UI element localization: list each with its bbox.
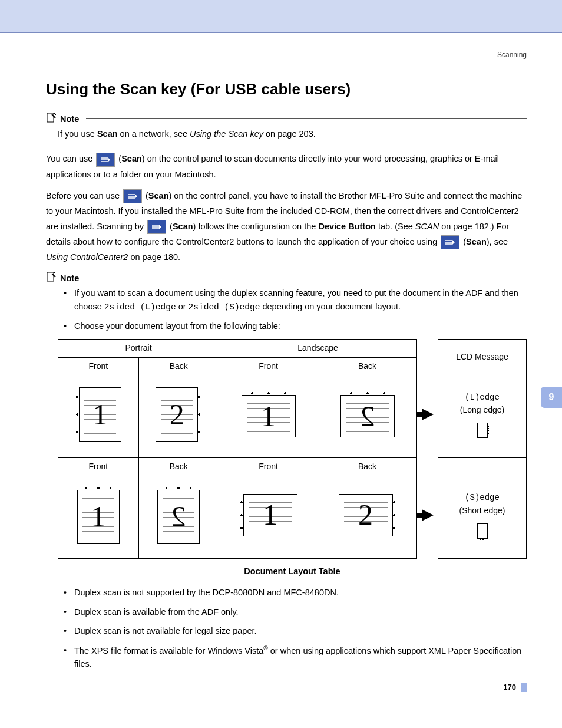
note1-mid: on a network, see xyxy=(118,129,190,139)
cell-portrait-front-short: 1 xyxy=(58,476,139,558)
bottom-bullet-4: The XPS file format is available for Win… xyxy=(64,644,527,671)
note-icon xyxy=(46,113,57,125)
page-diagram: 1 xyxy=(77,490,120,544)
document-page: Scanning Using the Scan key (For USB cab… xyxy=(0,33,562,710)
th-back: Back xyxy=(138,357,219,375)
th-front: Front xyxy=(58,458,139,476)
cell-landscape-front-short: 1 xyxy=(219,476,318,558)
p2-scan1: Scan xyxy=(148,191,169,200)
table-caption: Document Layout Table xyxy=(58,565,527,578)
th-back: Back xyxy=(138,458,219,476)
msg-l-sub: (Long edge) xyxy=(441,404,524,417)
n2b1-mid: or xyxy=(176,302,189,311)
th-lcd: LCD Message xyxy=(438,339,527,375)
th-landscape: Landscape xyxy=(219,339,417,357)
p2-mid2: ) follows the configuration on the xyxy=(193,222,319,231)
page-diagram: 2 xyxy=(157,490,200,544)
diagram-number: 1 xyxy=(242,396,295,437)
cell-landscape-back-short: 2 xyxy=(318,476,417,558)
page-diagram: 1 xyxy=(242,395,296,437)
n2b1-mono1: 2sided (L)edge xyxy=(104,302,176,312)
th-front: Front xyxy=(219,458,318,476)
arrow-right-icon xyxy=(422,409,434,420)
page-diagram: 2 xyxy=(339,494,393,536)
note-icon xyxy=(46,272,57,284)
window-topbar xyxy=(0,0,562,33)
note-block-2: Note If you want to scan a document usin… xyxy=(46,272,527,670)
bb4-pre: The XPS file format is available for Win… xyxy=(74,646,263,655)
diagram-number: 2 xyxy=(158,490,199,543)
chapter-tab[interactable]: 9 xyxy=(541,387,562,408)
p2-post: on page 180. xyxy=(128,252,180,262)
diagram-number: 1 xyxy=(244,495,297,536)
diagram-number: 2 xyxy=(341,396,394,437)
cell-arrow xyxy=(417,476,438,558)
diagram-number: 1 xyxy=(80,388,121,441)
note-label: Note xyxy=(60,114,79,124)
note1-text: If you use xyxy=(58,129,97,139)
scan-button-icon xyxy=(147,220,166,234)
th-portrait: Portrait xyxy=(58,339,219,357)
page-title: Using the Scan key (For USB cable users) xyxy=(46,80,527,98)
small-doc-long-icon xyxy=(477,423,488,438)
th-front: Front xyxy=(58,357,139,375)
scan-button-icon xyxy=(96,153,115,167)
note-rule xyxy=(86,118,527,119)
p2-pre: Before you can use xyxy=(46,191,122,200)
th-back: Back xyxy=(318,357,417,375)
note2-bullet-1: If you want to scan a document using the… xyxy=(64,286,527,314)
diagram-number: 2 xyxy=(339,495,392,536)
n2b1-post: depending on your document layout. xyxy=(260,302,401,311)
document-layout-table: Portrait Landscape LCD Message Front Bac… xyxy=(58,339,527,559)
bottom-bullet-1: Duplex scan is not supported by the DCP-… xyxy=(64,586,527,599)
cell-portrait-back-short: 2 xyxy=(138,476,219,558)
bottom-bullet-3: Duplex scan is not available for legal s… xyxy=(64,624,527,637)
cell-portrait-front-long: 1 xyxy=(58,375,139,458)
note1-post: on page 203. xyxy=(263,129,316,139)
breadcrumb: Scanning xyxy=(46,51,527,59)
diagram-number: 2 xyxy=(156,388,197,441)
cell-msg-short: (S)edge (Short edge) xyxy=(438,476,527,558)
p2-scan2: Scan xyxy=(173,222,193,231)
page-number: 170 xyxy=(46,683,527,692)
note-label: Note xyxy=(60,274,79,283)
th-back: Back xyxy=(318,458,417,476)
msg-s-sub: (Short edge) xyxy=(441,505,524,518)
th-spacer xyxy=(438,458,527,476)
page-diagram: 2 xyxy=(340,395,395,437)
p2-mid5: ), see xyxy=(487,237,508,246)
p2-scanlink[interactable]: SCAN xyxy=(415,222,439,231)
p2-cc2link[interactable]: Using ControlCenter2 xyxy=(46,252,128,262)
th-spacer xyxy=(417,458,438,476)
cell-landscape-back-long: 2 xyxy=(318,375,417,458)
page-diagram: 1 xyxy=(243,494,297,536)
paragraph-2: Before you can use (Scan) on the control… xyxy=(46,188,527,265)
th-spacer xyxy=(417,339,438,375)
bottom-bullet-2: Duplex scan is available from the ADF on… xyxy=(64,605,527,618)
scan-button-icon xyxy=(123,189,142,203)
page-diagram: 2 xyxy=(156,387,198,442)
small-doc-short-icon xyxy=(477,523,488,539)
th-front: Front xyxy=(219,357,318,375)
p2-scan3: Scan xyxy=(466,237,487,246)
p2-devbtn: Device Button xyxy=(318,222,376,231)
n2b1-mono2: 2sided (S)edge xyxy=(189,302,260,312)
p1-scan: Scan xyxy=(121,154,142,163)
cell-portrait-back-long: 2 xyxy=(138,375,219,458)
diagram-number: 1 xyxy=(78,490,119,543)
note1-link[interactable]: Using the Scan key xyxy=(190,129,263,139)
bb4-sup: ® xyxy=(263,645,267,651)
p2-mid3: tab. (See xyxy=(376,222,415,231)
msg-l-code: (L)edge xyxy=(441,391,524,404)
page-diagram: 1 xyxy=(79,387,121,442)
note-rule xyxy=(86,278,527,278)
cell-msg-long: (L)edge (Long edge) xyxy=(438,375,527,458)
note-block-1: Note If you use Scan on a network, see U… xyxy=(46,113,527,140)
paragraph-1: You can use (Scan) on the control panel … xyxy=(46,151,527,182)
cell-arrow xyxy=(417,375,438,458)
p1-pre: You can use xyxy=(46,154,95,163)
cell-landscape-front-long: 1 xyxy=(219,375,318,458)
msg-s-code: (S)edge xyxy=(441,492,524,505)
note1-scan-bold: Scan xyxy=(97,129,118,139)
note2-bullet-2: Choose your document layout from the fol… xyxy=(64,319,527,332)
